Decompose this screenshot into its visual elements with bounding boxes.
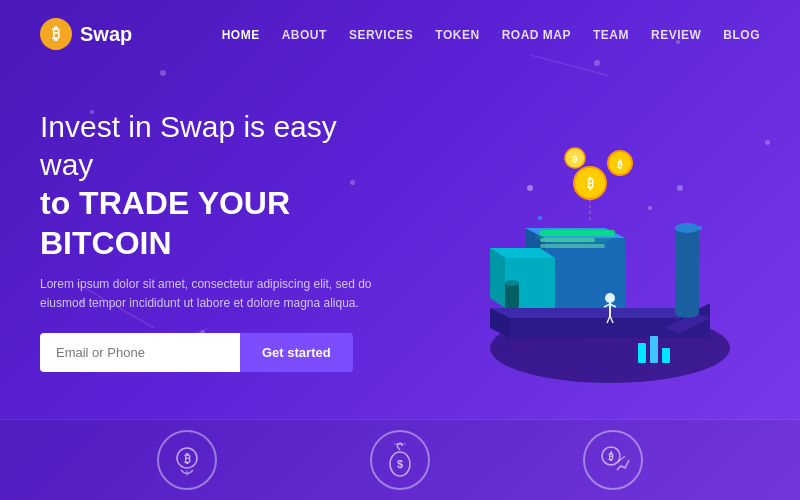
svg-point-37 (535, 228, 615, 244)
get-started-button[interactable]: Get started (240, 333, 353, 372)
hero-title: Invest in Swap is easy way to TRADE YOUR… (40, 108, 380, 263)
nav-item-about[interactable]: ABOUT (282, 25, 327, 43)
svg-rect-32 (638, 343, 646, 363)
nav-item-blog[interactable]: BLOG (723, 25, 760, 43)
nav-item-roadmap[interactable]: ROAD MAP (502, 25, 571, 43)
svg-rect-34 (662, 348, 670, 363)
logo-icon: ₿ (40, 18, 72, 50)
svg-rect-20 (675, 228, 699, 313)
navigation: ₿ Swap HOME ABOUT SERVICES TOKEN ROAD MA… (0, 0, 800, 68)
svg-text:₿: ₿ (183, 452, 190, 466)
hero-left: Invest in Swap is easy way to TRADE YOUR… (40, 88, 380, 372)
hero-title-line1: Invest in Swap is easy way (40, 110, 337, 181)
hero-section: Invest in Swap is easy way to TRADE YOUR… (0, 68, 800, 408)
svg-point-36 (505, 280, 519, 286)
nav-item-team[interactable]: TEAM (593, 25, 629, 43)
svg-rect-33 (650, 336, 658, 363)
hero-description: Lorem ipsum dolor sit amet, consectetur … (40, 275, 380, 313)
nav-item-token[interactable]: TOKEN (435, 25, 479, 43)
money-bag-icon: $ (370, 430, 430, 490)
bottom-icon-3: ₿ (583, 430, 643, 490)
svg-text:₿: ₿ (608, 451, 614, 462)
nav-item-services[interactable]: SERVICES (349, 25, 413, 43)
svg-point-22 (675, 308, 699, 318)
bitcoin-logo-symbol: ₿ (52, 25, 60, 43)
svg-point-38 (527, 185, 533, 191)
bitcoin-heart-icon: ₿ (157, 430, 217, 490)
nav-item-review[interactable]: REVIEW (651, 25, 701, 43)
nav-item-home[interactable]: HOME (222, 25, 260, 43)
bottom-icons-section: ₿ $ ₿ (0, 419, 800, 500)
svg-text:₿: ₿ (617, 159, 623, 170)
svg-point-21 (675, 223, 699, 233)
nav-links: HOME ABOUT SERVICES TOKEN ROAD MAP TEAM … (222, 25, 760, 43)
svg-point-39 (648, 206, 652, 210)
svg-text:$: $ (397, 458, 403, 470)
brand-name: Swap (80, 23, 132, 46)
hero-illustration: ₿ ₿ ₿ (380, 88, 760, 408)
email-phone-input[interactable] (40, 333, 240, 372)
svg-point-40 (538, 216, 542, 220)
logo[interactable]: ₿ Swap (40, 18, 132, 50)
svg-point-41 (677, 185, 683, 191)
svg-rect-35 (505, 283, 519, 308)
bottom-icon-1: ₿ (157, 430, 217, 490)
hero-title-line2: to TRADE YOUR BITCOIN (40, 185, 290, 261)
svg-point-26 (605, 293, 615, 303)
bottom-icon-2: $ (370, 430, 430, 490)
svg-point-42 (698, 226, 702, 230)
svg-text:₿: ₿ (587, 176, 594, 191)
svg-marker-25 (490, 248, 505, 308)
bitcoin-chart-icon: ₿ (583, 430, 643, 490)
cta-row: Get started (40, 333, 380, 372)
svg-rect-12 (540, 244, 605, 248)
